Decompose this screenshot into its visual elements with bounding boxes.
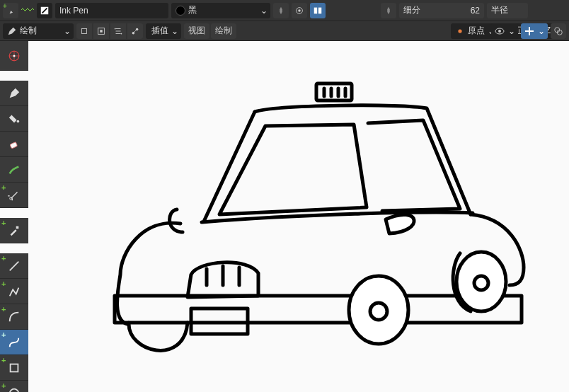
brush-name-field[interactable]: Ink Pen [55, 3, 168, 18]
tool-cursor[interactable] [0, 41, 28, 71]
svg-point-12 [458, 29, 461, 33]
svg-point-8 [115, 28, 116, 29]
tool-fill[interactable] [0, 106, 28, 132]
svg-point-19 [13, 54, 16, 57]
tool-arc[interactable]: + [0, 304, 28, 330]
tool-eyedropper[interactable]: + [0, 218, 28, 243]
tool-line[interactable]: + [0, 253, 28, 279]
pin-icon[interactable] [381, 3, 396, 18]
multiframe-icon[interactable] [310, 3, 326, 18]
onion-skin-icon[interactable] [292, 3, 307, 18]
subdiv-field[interactable]: 细分 62 [399, 3, 484, 18]
gizmo-icon [524, 25, 535, 37]
draw-label: 绘制 [215, 25, 232, 37]
tool-draw[interactable] [0, 81, 28, 106]
subdiv-label: 细分 [403, 4, 420, 16]
interp-label: 插值 [151, 25, 168, 37]
drawing-content [28, 41, 569, 392]
origin-icon [455, 26, 465, 36]
plus-icon: + [1, 330, 6, 339]
stroke-squiggle-icon: 〰 [21, 4, 34, 17]
chevron-down-icon: ⌄ [171, 26, 178, 36]
material-dropdown[interactable]: 黑 ⌄ [171, 3, 270, 18]
svg-rect-21 [10, 142, 18, 149]
view-menu[interactable]: 视图 [184, 23, 209, 39]
material-color-swatch [176, 6, 185, 16]
chevron-down-icon: ⌄ [64, 26, 71, 36]
svg-rect-3 [314, 7, 317, 13]
view-draw-group: 视图 绘制 [184, 23, 236, 39]
plus-icon: + [1, 254, 6, 263]
tool-cutter[interactable]: + [0, 183, 28, 208]
draw-menu[interactable]: 绘制 [211, 23, 236, 39]
svg-point-20 [17, 120, 20, 122]
overlay-toggle-icon[interactable] [551, 23, 566, 39]
pin-material-icon[interactable] [273, 3, 289, 18]
tool-palette: + + + + + + + + [0, 41, 28, 392]
tool-curve[interactable]: + [0, 330, 28, 355]
tool-polyline[interactable]: + [0, 279, 28, 304]
chevron-down-icon: ⌄ [508, 26, 515, 36]
plus-icon: + [1, 183, 6, 192]
gizmo-dropdown[interactable]: ⌄ [521, 23, 548, 39]
svg-point-38 [456, 252, 506, 311]
origin-label: 原点 [468, 25, 485, 37]
origin-dropdown[interactable]: 原点 ⌄ [451, 23, 498, 39]
svg-rect-23 [16, 226, 19, 229]
svg-rect-7 [100, 30, 103, 33]
svg-point-36 [349, 276, 408, 344]
brush-name: Ink Pen [59, 6, 88, 16]
header-toolbar: 绘制 ⌄ 插值 ⌄ 视图 绘制 原点 ⌄ 正面(X-Z) ⌄ ⌄ ⌄ [0, 21, 569, 41]
svg-point-9 [121, 33, 122, 34]
select-stroke-icon[interactable] [93, 23, 109, 39]
select-mode-group [76, 23, 143, 39]
brush-thumbnail[interactable] [37, 3, 52, 18]
view-label: 视图 [188, 25, 205, 37]
radius-label: 半径 [491, 4, 508, 16]
header-top: + 〰 Ink Pen 黑 ⌄ 细分 62 半径 [0, 0, 569, 21]
visibility-dropdown[interactable]: ⌄ [491, 23, 518, 39]
select-point-icon[interactable] [76, 23, 92, 39]
plus-icon: + [1, 305, 6, 313]
tool-circle[interactable]: + [0, 381, 28, 392]
pencil-icon [7, 26, 17, 36]
chevron-down-icon: ⌄ [538, 26, 545, 36]
tool-tint[interactable] [0, 157, 28, 183]
svg-point-25 [10, 388, 19, 392]
brush-panel-icon[interactable]: + [3, 3, 18, 18]
svg-point-2 [298, 9, 301, 12]
select-between-icon[interactable] [110, 23, 126, 39]
radius-field[interactable]: 半径 [487, 3, 528, 18]
plus-icon: + [1, 356, 6, 364]
svg-point-15 [498, 30, 501, 33]
svg-rect-5 [82, 28, 87, 33]
plus-icon: + [1, 279, 6, 288]
tool-box[interactable]: + [0, 355, 28, 381]
interp-dropdown[interactable]: 插值 ⌄ [146, 23, 181, 39]
plus-icon: + [1, 381, 6, 390]
subdiv-value: 62 [471, 6, 480, 16]
mode-label: 绘制 [20, 25, 37, 37]
svg-rect-24 [11, 364, 18, 371]
eye-icon [494, 25, 505, 37]
mode-dropdown[interactable]: 绘制 ⌄ [3, 23, 74, 39]
view-controls: ⌄ ⌄ [491, 21, 566, 41]
material-label: 黑 [188, 4, 197, 16]
tool-erase[interactable] [0, 132, 28, 157]
select-segment-icon[interactable] [127, 23, 143, 39]
plus-icon: + [1, 219, 6, 227]
chevron-down-icon: ⌄ [260, 6, 268, 16]
svg-rect-4 [318, 7, 321, 13]
